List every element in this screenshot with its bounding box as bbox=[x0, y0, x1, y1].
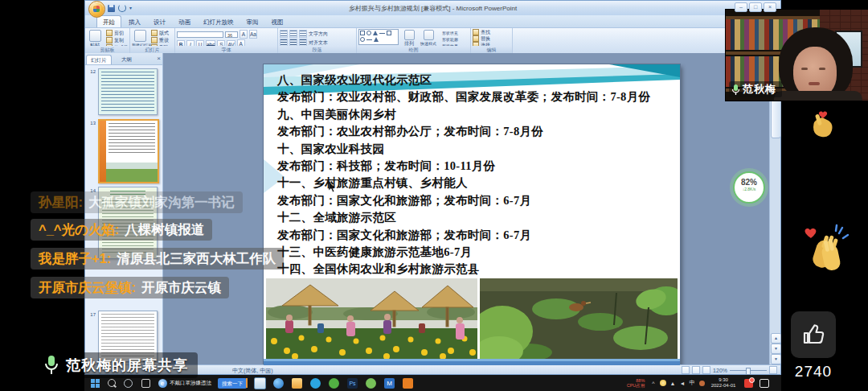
format-painter-button[interactable]: 格式刷 bbox=[106, 44, 128, 46]
volume-button[interactable]: ◄ bbox=[678, 375, 687, 391]
tab-home[interactable]: 开始 bbox=[96, 15, 121, 27]
text-direction-button[interactable]: 文字方向 bbox=[309, 31, 328, 37]
slide-sorter-view-icon[interactable] bbox=[692, 366, 700, 374]
action-center-button[interactable] bbox=[758, 375, 771, 391]
qat-dropdown-icon[interactable]: ▾ bbox=[129, 5, 132, 12]
quick-styles-button[interactable]: 快速样式 bbox=[420, 29, 437, 46]
orange-app-button[interactable] bbox=[401, 375, 415, 391]
mail-app-button[interactable] bbox=[253, 375, 267, 391]
previous-slide-icon[interactable]: ▲ bbox=[771, 333, 781, 344]
strikethrough-button[interactable]: abc bbox=[206, 40, 215, 47]
slide-thumbnail-12[interactable] bbox=[98, 68, 158, 115]
font-name-select[interactable] bbox=[177, 31, 223, 38]
photoshop-app-button[interactable]: Ps bbox=[346, 375, 359, 391]
font-size-select[interactable]: 36 bbox=[225, 31, 238, 38]
chat-message: 开原市庆云堡镇:开原市庆云镇 bbox=[31, 277, 229, 298]
bullets-icon[interactable] bbox=[280, 30, 288, 38]
minimize-button[interactable]: – bbox=[735, 2, 747, 12]
select-button[interactable]: 选择 bbox=[473, 42, 510, 46]
align-center-icon[interactable] bbox=[289, 39, 297, 46]
replace-button[interactable]: 替换 bbox=[473, 35, 510, 42]
close-button[interactable]: × bbox=[764, 2, 776, 12]
delete-icon bbox=[151, 44, 158, 46]
tab-design[interactable]: 设计 bbox=[148, 15, 171, 27]
ime-icon: 中 bbox=[690, 379, 695, 387]
copy-icon bbox=[106, 37, 113, 43]
shape-gallery[interactable] bbox=[358, 29, 399, 45]
m-app-button[interactable]: M bbox=[383, 375, 396, 391]
delete-button[interactable]: 删除 bbox=[151, 44, 173, 46]
tab-view[interactable]: 视图 bbox=[266, 15, 289, 27]
shape-outline-button[interactable]: 形状轮廓 bbox=[442, 37, 469, 43]
network-button[interactable]: ▲ bbox=[668, 375, 678, 391]
fit-to-window-icon[interactable] bbox=[769, 366, 777, 374]
green-app-button[interactable] bbox=[327, 375, 341, 391]
maximize-button[interactable]: □ bbox=[749, 2, 762, 12]
zoom-slider-knob[interactable] bbox=[746, 368, 751, 375]
slide-canvas[interactable]: 八、国家级农业现代化示范区 发布部门：农业农村部、财政部、国家发展改革委；发布时… bbox=[264, 64, 680, 365]
bold-button[interactable]: B bbox=[177, 40, 185, 47]
paste-button[interactable]: 粘贴 bbox=[87, 29, 103, 46]
scroll-down-icon[interactable]: ▼ bbox=[771, 354, 781, 364]
powerpoint-window: ▾ 乡村振兴与乡村旅游规划 [兼容模式] - Microsoft PowerPo… bbox=[84, 0, 781, 375]
telegram-app-button[interactable] bbox=[309, 375, 322, 391]
pane-close-icon[interactable]: × bbox=[157, 55, 161, 63]
taskbar-search-box[interactable]: 搜索一下 bbox=[218, 375, 247, 391]
edge-icon bbox=[273, 378, 284, 389]
player-app-button[interactable] bbox=[364, 375, 378, 391]
slide-thumbnail-13-selected[interactable] bbox=[98, 119, 159, 183]
next-slide-icon[interactable]: ▼ bbox=[771, 344, 781, 354]
pane-tab-slides[interactable]: 幻灯片 bbox=[86, 55, 112, 64]
network-icon: ▲ bbox=[670, 381, 676, 386]
taskbar-separator bbox=[245, 375, 248, 391]
ime-button[interactable]: 中 bbox=[687, 375, 697, 391]
layout-button[interactable]: 版式 bbox=[151, 30, 173, 36]
new-slide-button[interactable]: 新建幻灯片 bbox=[132, 29, 148, 46]
copy-button[interactable]: 复制 bbox=[106, 37, 128, 43]
arrange-button[interactable]: 排列 bbox=[400, 29, 418, 46]
presenter-video-tile[interactable]: 范秋梅 bbox=[726, 10, 868, 101]
align-left-icon[interactable] bbox=[280, 39, 288, 46]
save-icon[interactable] bbox=[108, 5, 115, 12]
shape-effects-button[interactable]: 形状效果 bbox=[442, 43, 469, 46]
edge-app-button[interactable] bbox=[272, 375, 285, 391]
reset-button[interactable]: 重设 bbox=[151, 37, 173, 43]
character-spacing-button[interactable]: AV bbox=[227, 40, 235, 47]
tray-app-button[interactable] bbox=[658, 375, 668, 391]
italic-button[interactable]: I bbox=[186, 40, 194, 47]
tab-review[interactable]: 审阅 bbox=[241, 15, 264, 27]
shrink-font-button[interactable]: Aa bbox=[249, 30, 257, 39]
clock[interactable]: 9:302022-04-01 bbox=[708, 375, 739, 391]
pane-tab-outline[interactable]: 大纲 bbox=[117, 55, 136, 64]
tim-notification-button[interactable] bbox=[742, 375, 755, 391]
cut-button[interactable]: 剪切 bbox=[106, 30, 128, 36]
normal-view-icon[interactable] bbox=[682, 366, 690, 374]
chat-message: 孙星阳:大孤家镇刘家沟第一书记 bbox=[31, 191, 243, 213]
finger-heart-emoji bbox=[807, 108, 836, 140]
tray-extra-button[interactable] bbox=[697, 375, 706, 391]
align-text-button[interactable]: 对齐文本 bbox=[309, 40, 328, 46]
presenter-nametag: 范秋梅 bbox=[729, 81, 782, 97]
numbering-icon[interactable] bbox=[289, 30, 297, 38]
find-button[interactable]: 查找 bbox=[473, 29, 510, 35]
reset-icon bbox=[151, 37, 158, 43]
chat-message: 我是胖子+1:清原县北三家西大林工作队 bbox=[31, 248, 284, 270]
align-right-icon[interactable] bbox=[299, 39, 307, 46]
underline-button[interactable]: U bbox=[196, 40, 204, 47]
office-button[interactable] bbox=[88, 1, 105, 18]
grow-font-button[interactable]: A bbox=[240, 30, 248, 39]
tab-animations[interactable]: 动画 bbox=[173, 15, 196, 27]
text-shadow-button[interactable]: S bbox=[217, 40, 225, 47]
zoom-slider[interactable] bbox=[730, 370, 767, 371]
undo-icon[interactable] bbox=[118, 4, 126, 12]
tab-insert[interactable]: 插入 bbox=[123, 15, 146, 27]
indent-icon[interactable] bbox=[299, 30, 307, 38]
font-color-button[interactable]: A bbox=[237, 39, 245, 46]
like-button[interactable] bbox=[791, 311, 836, 358]
slideshow-view-icon[interactable] bbox=[702, 366, 710, 374]
tab-slideshow[interactable]: 幻灯片放映 bbox=[198, 15, 240, 27]
tray-expand-button[interactable]: ^ bbox=[649, 375, 658, 391]
file-explorer-button[interactable] bbox=[290, 375, 304, 391]
shape-fill-button[interactable]: 形状填充 bbox=[442, 31, 469, 36]
tray-orange-icon bbox=[699, 381, 705, 386]
